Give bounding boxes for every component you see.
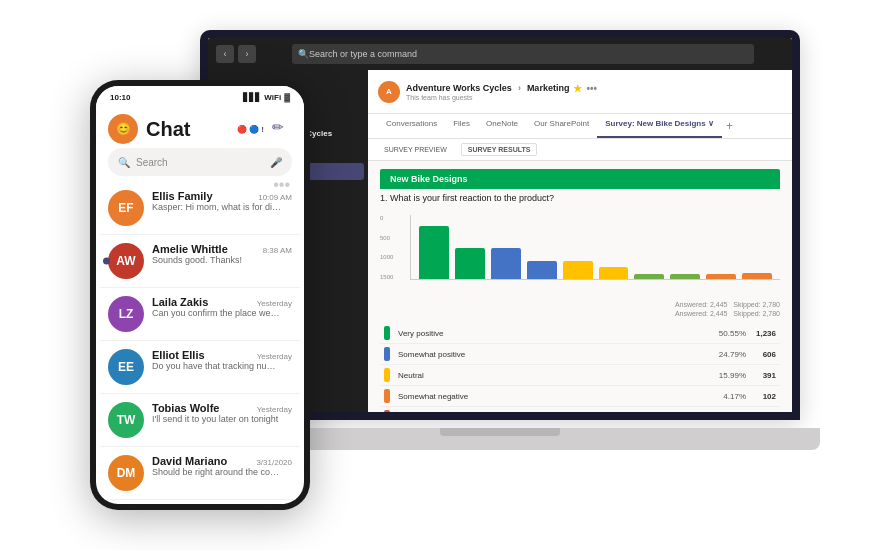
result-count: 110 <box>750 407 780 413</box>
phone-header: 😊 Chat 🔴 🔵 ! ✏ <box>96 108 304 148</box>
tab-sharepoint[interactable]: Our SharePoint <box>526 114 597 138</box>
result-pct: 4.17% <box>710 386 750 407</box>
time-display: 10:10 <box>110 93 130 102</box>
result-count: 391 <box>750 365 780 386</box>
result-row: Neutral 15.99% 391 <box>380 365 780 386</box>
survey-preview-btn[interactable]: SURVEY PREVIEW <box>378 144 453 155</box>
chat-time: Yesterday <box>257 405 292 414</box>
chat-info: Tobias Wolfe Yesterday I'll send it to y… <box>152 402 292 424</box>
signal-icon: ▋▋▋ <box>243 93 261 102</box>
chat-avatar: EE <box>108 349 144 385</box>
phone-screen: 10:10 ▋▋▋ WiFi ▓ 😊 Chat 🔴 🔵 ! ✏ <box>96 86 304 504</box>
chat-avatar: AW <box>108 243 144 279</box>
chart-bar <box>491 248 521 279</box>
mic-icon[interactable]: 🎤 <box>270 157 282 168</box>
chat-item[interactable]: VE Vanessa Ellis 3/31/2020 <box>100 500 300 504</box>
result-color-cell <box>380 323 394 344</box>
bar-chart-inner <box>410 215 780 280</box>
result-label: Somewhat positive <box>394 344 710 365</box>
chat-name: Laila Zakis <box>152 296 208 308</box>
chat-time: Yesterday <box>257 299 292 308</box>
wifi-icon: WiFi <box>264 93 281 102</box>
chat-info: Laila Zakis Yesterday Can you confirm th… <box>152 296 292 318</box>
chat-list: EF Ellis Family 10:09 AM Kasper: Hi mom,… <box>96 182 304 504</box>
chat-avatar: DM <box>108 455 144 491</box>
results-table: Very positive 50.55% 1,236 Somewhat posi… <box>380 323 780 412</box>
chat-header-avatar: 😊 <box>108 114 138 144</box>
status-icons: ▋▋▋ WiFi ▓ <box>243 93 290 102</box>
add-tab-btn[interactable]: + <box>722 114 737 138</box>
tab-survey[interactable]: Survey: New Bike Designs ∨ <box>597 114 722 138</box>
chat-info: Ellis Family 10:09 AM Kasper: Hi mom, wh… <box>152 190 292 212</box>
result-count: 102 <box>750 386 780 407</box>
tab-files[interactable]: Files <box>445 114 478 138</box>
chat-item[interactable]: TW Tobias Wolfe Yesterday I'll send it t… <box>100 394 300 447</box>
bar-chart: 1500 1000 500 0 <box>380 211 780 301</box>
chat-item[interactable]: DM David Mariano 3/31/2020 Should be rig… <box>100 447 300 500</box>
result-pct: 50.55% <box>710 323 750 344</box>
search-placeholder: Search or type a command <box>309 49 417 59</box>
channel-logo: A <box>378 81 400 103</box>
result-count: 1,236 <box>750 323 780 344</box>
chat-preview: Sounds good. Thanks! <box>152 255 282 265</box>
chat-info: Amelie Whittle 8:38 AM Sounds good. Than… <box>152 243 292 265</box>
nav-fwd-btn[interactable]: › <box>238 45 256 63</box>
chart-bar <box>706 274 736 279</box>
chat-info: David Mariano 3/31/2020 Should be right … <box>152 455 292 477</box>
chat-item[interactable]: LZ Laila Zakis Yesterday Can you confirm… <box>100 288 300 341</box>
survey-results-btn[interactable]: SURVEY RESULTS <box>461 143 538 156</box>
survey-question: 1. What is your first reaction to the pr… <box>380 193 780 203</box>
chart-bar <box>634 274 664 279</box>
channel-title-area: Adventure Works Cycles › Marketing ★ •••… <box>406 83 782 101</box>
chat-time: Yesterday <box>257 352 292 361</box>
result-pct: 4.50% <box>710 407 750 413</box>
result-row: Somewhat negative 4.17% 102 <box>380 386 780 407</box>
chat-title: 😊 Chat <box>108 114 190 144</box>
chat-preview: Can you confirm the place we are... <box>152 308 282 318</box>
search-icon: 🔍 <box>298 49 309 59</box>
nav-icons: ‹ › <box>216 45 256 63</box>
edit-icon[interactable]: ✏ <box>272 119 292 139</box>
chat-preview: Kasper: Hi mom, what is for dinner? <box>152 202 282 212</box>
chat-item[interactable]: EF Ellis Family 10:09 AM Kasper: Hi mom,… <box>100 182 300 235</box>
survey-title: New Bike Designs <box>380 169 780 189</box>
chat-name-row: Ellis Family 10:09 AM <box>152 190 292 202</box>
search-icon: 🔍 <box>118 157 130 168</box>
result-color-cell <box>380 386 394 407</box>
chat-name: Elliot Ellis <box>152 349 205 361</box>
star-icon[interactable]: ★ <box>573 83 582 94</box>
channel-tabs: Conversations Files OneNote Our SharePoi… <box>368 114 792 139</box>
tab-onenote[interactable]: OneNote <box>478 114 526 138</box>
phone: 10:10 ▋▋▋ WiFi ▓ 😊 Chat 🔴 🔵 ! ✏ <box>90 80 310 510</box>
result-row: Very negative 4.50% 110 <box>380 407 780 413</box>
chat-name-row: David Mariano 3/31/2020 <box>152 455 292 467</box>
breadcrumb-arrow: › <box>518 83 521 93</box>
status-bar: 10:10 ▋▋▋ WiFi ▓ <box>96 86 304 108</box>
chat-time: 8:38 AM <box>263 246 292 255</box>
result-label: Neutral <box>394 365 710 386</box>
chat-name: David Mariano <box>152 455 227 467</box>
chat-preview: I'll send it to you later on tonight <box>152 414 282 424</box>
result-label: Somewhat negative <box>394 386 710 407</box>
survey-content: New Bike Designs 1. What is your first r… <box>368 161 792 412</box>
battery-icon: ▓ <box>284 93 290 102</box>
chat-item[interactable]: EE Elliot Ellis Yesterday Do you have th… <box>100 341 300 394</box>
teams-search-bar[interactable]: 🔍 Search or type a command <box>292 44 754 64</box>
result-label: Very negative <box>394 407 710 413</box>
result-color-cell <box>380 365 394 386</box>
channel-header: A Adventure Works Cycles › Marketing ★ •… <box>368 70 792 114</box>
tab-conversations[interactable]: Conversations <box>378 114 445 138</box>
chat-item[interactable]: AW Amelie Whittle 8:38 AM Sounds good. T… <box>100 235 300 288</box>
survey-toolbar: SURVEY PREVIEW SURVEY RESULTS <box>368 139 792 161</box>
chart-y-labels: 1500 1000 500 0 <box>380 215 393 280</box>
channel-subtitle: This team has guests <box>406 94 782 101</box>
more-options-icon[interactable]: ••• <box>586 83 597 94</box>
chat-time: 3/31/2020 <box>256 458 292 467</box>
chat-time: 10:09 AM <box>258 193 292 202</box>
nav-back-btn[interactable]: ‹ <box>216 45 234 63</box>
phone-search-bar[interactable]: 🔍 Search 🎤 <box>108 148 292 176</box>
teams-topbar: ‹ › 🔍 Search or type a command <box>208 38 792 70</box>
chart-bar <box>419 226 449 279</box>
chat-avatar: LZ <box>108 296 144 332</box>
chart-bar <box>599 267 629 279</box>
